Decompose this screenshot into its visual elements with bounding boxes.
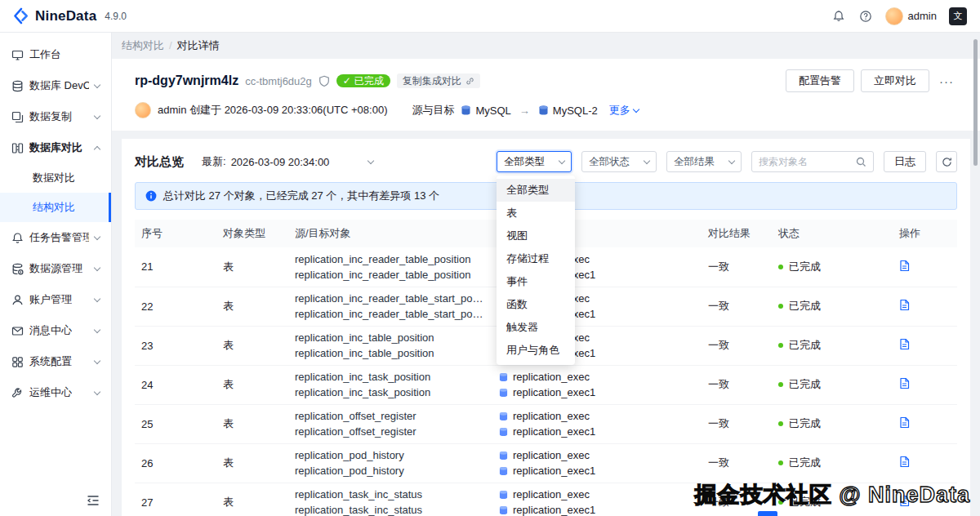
- toolbar: 对比总览 最新: 2026-03-09 20:34:00 全部类型 全部类型 表…: [122, 139, 970, 182]
- status-dot: [778, 421, 783, 426]
- sidebar-item-database-devops[interactable]: 数据库 DevOps: [0, 70, 111, 101]
- collapse-sidebar-icon[interactable]: [0, 485, 111, 516]
- search-input[interactable]: [759, 156, 851, 167]
- language-switch-icon[interactable]: 文: [949, 7, 967, 25]
- status-dot: [778, 460, 783, 465]
- dropdown-option-event[interactable]: 事件: [497, 270, 575, 293]
- chevron-down-icon: [94, 295, 100, 301]
- compare-overview-panel: 对比总览 最新: 2026-03-09 20:34:00 全部类型 全部类型 表…: [122, 139, 970, 516]
- app-version: 4.9.0: [105, 11, 127, 22]
- message-center-icon: [11, 325, 24, 337]
- topbar: NineData 4.9.0 admin 文: [0, 0, 980, 33]
- chevron-down-icon: [94, 264, 100, 270]
- main-area: 结构对比/对比详情 rp-dgy7wnjrm4lz cc-tbmtj6du2g …: [112, 33, 980, 516]
- chevron-up-icon: [94, 145, 100, 152]
- sidebar-item-datasource[interactable]: 数据源管理: [0, 253, 111, 284]
- source-db: MySQL: [461, 105, 510, 117]
- task-alert-icon: [11, 232, 24, 244]
- task-code: cc-tbmtj6du2g: [245, 75, 312, 87]
- status-filter-select[interactable]: 全部状态: [581, 151, 657, 172]
- database-icon: [499, 490, 508, 500]
- pagination-active-page[interactable]: [758, 511, 777, 516]
- detail-doc-icon[interactable]: [899, 416, 910, 429]
- help-icon[interactable]: [858, 9, 873, 24]
- database-icon: [499, 427, 508, 437]
- chevron-down-icon: [94, 388, 100, 394]
- chevron-down-icon: [94, 357, 100, 363]
- sidebar-item-structure-compare[interactable]: 结构对比: [0, 193, 111, 222]
- link-icon[interactable]: [466, 77, 474, 86]
- mysql-icon: [461, 105, 471, 116]
- table-row: 26 表 replication_pod_historyreplication_…: [135, 443, 957, 483]
- shield-icon[interactable]: [318, 75, 330, 87]
- dropdown-option-trigger[interactable]: 触发器: [497, 316, 575, 339]
- detail-doc-icon[interactable]: [899, 495, 910, 507]
- refresh-button[interactable]: [936, 151, 957, 172]
- datasource-icon: [11, 263, 24, 275]
- sidebar-item-workbench[interactable]: 工作台: [0, 39, 111, 70]
- dropdown-option-user-role[interactable]: 用户与角色: [497, 339, 575, 362]
- result-filter-select[interactable]: 全部结果: [666, 151, 742, 172]
- breadcrumb-parent[interactable]: 结构对比: [122, 39, 164, 51]
- arrow-icon: →: [519, 105, 530, 117]
- type-filter-select[interactable]: 全部类型: [497, 151, 572, 172]
- compare-now-button[interactable]: 立即对比: [861, 69, 929, 92]
- run-select-chevron-icon[interactable]: [368, 157, 374, 163]
- more-details-link[interactable]: 更多: [609, 103, 639, 118]
- search-icon[interactable]: [856, 157, 866, 167]
- sidebar-item-data-replication[interactable]: 数据复制: [0, 101, 111, 132]
- status-dot: [778, 500, 783, 505]
- detail-doc-icon[interactable]: [899, 338, 910, 350]
- sidebar-item-task-alert[interactable]: 任务告警管理: [0, 222, 111, 253]
- object-search: [751, 151, 874, 172]
- workbench-icon: [11, 49, 24, 61]
- target-db: MySQL-2: [538, 105, 598, 117]
- summary-text: 总计对比 27 个对象，已经完成 27 个，其中有差异项 13 个: [163, 189, 439, 203]
- detail-doc-icon[interactable]: [899, 377, 910, 389]
- chevron-down-icon: [94, 112, 100, 118]
- sidebar-item-data-compare[interactable]: 数据对比: [0, 163, 111, 193]
- dropdown-option-view[interactable]: 视图: [497, 225, 575, 247]
- chevron-down-icon: [728, 157, 735, 163]
- chevron-down-icon: [94, 81, 100, 87]
- breadcrumb-current: 对比详情: [177, 39, 220, 51]
- logo-text: NineData: [35, 8, 96, 24]
- dropdown-option-all-types[interactable]: 全部类型: [497, 179, 575, 202]
- scrollbar-thumb[interactable]: [973, 39, 978, 166]
- col-no: 序号: [135, 220, 216, 247]
- configure-alert-button[interactable]: 配置告警: [786, 69, 854, 92]
- detail-doc-icon[interactable]: [899, 260, 910, 272]
- sidebar: 工作台 数据库 DevOps 数据复制 数据库对比 数据对比 结构对比 任务告警…: [0, 33, 112, 516]
- sidebar-item-ops-center[interactable]: 运维中心: [0, 377, 111, 408]
- table-row: 25 表 replication_offset_registerreplicat…: [135, 404, 957, 443]
- dropdown-option-table[interactable]: 表: [497, 202, 575, 225]
- notification-bell-icon[interactable]: [831, 9, 846, 24]
- sidebar-item-system-config[interactable]: 系统配置: [0, 346, 111, 377]
- ninedata-logo[interactable]: NineData: [13, 7, 96, 24]
- col-type: 对象类型: [216, 220, 288, 247]
- sidebar-item-database-compare[interactable]: 数据库对比: [0, 132, 111, 163]
- sidebar-item-message-center[interactable]: 消息中心: [0, 315, 111, 346]
- check-icon: ✓: [343, 76, 351, 86]
- source-target-label: 源与目标: [412, 103, 454, 118]
- database-icon: [499, 372, 508, 382]
- status-badge: ✓已完成: [336, 74, 390, 87]
- compare-type-tag: 复制集成对比: [397, 73, 480, 88]
- col-object: 源/目标对象: [288, 220, 492, 247]
- detail-doc-icon[interactable]: [899, 456, 910, 468]
- sidebar-item-account[interactable]: 账户管理: [0, 284, 111, 315]
- col-action: 操作: [893, 220, 957, 247]
- more-actions-button[interactable]: ···: [936, 74, 957, 88]
- chevron-down-icon: [94, 233, 100, 239]
- username: admin: [908, 10, 937, 22]
- user-menu[interactable]: admin: [885, 7, 937, 25]
- info-icon: [145, 190, 157, 202]
- chevron-down-icon: [644, 157, 650, 163]
- chevron-down-icon: [632, 105, 639, 112]
- log-button[interactable]: 日志: [884, 151, 926, 172]
- dropdown-option-procedure[interactable]: 存储过程: [497, 247, 575, 270]
- detail-doc-icon[interactable]: [899, 299, 910, 311]
- col-status: 状态: [772, 220, 893, 247]
- task-header-card: rp-dgy7wnjrm4lz cc-tbmtj6du2g ✓已完成 复制集成对…: [112, 59, 980, 131]
- dropdown-option-function[interactable]: 函数: [497, 293, 575, 316]
